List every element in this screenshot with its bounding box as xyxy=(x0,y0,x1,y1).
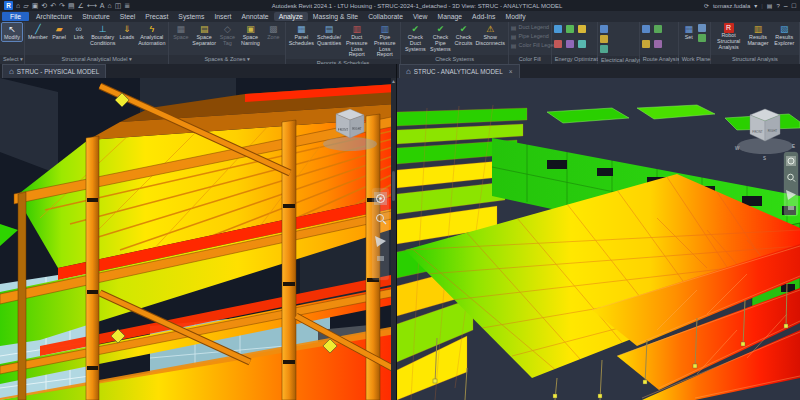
tab-manage[interactable]: Manage xyxy=(433,12,468,21)
navigation-bar-right[interactable] xyxy=(784,152,798,216)
tab-view[interactable]: View xyxy=(408,12,433,21)
panel-label-work-plane[interactable]: Work Plane xyxy=(679,55,710,64)
panel-label-select[interactable]: Select ▾ xyxy=(0,55,24,64)
section-icon[interactable]: ◫ xyxy=(115,1,122,10)
panel-label-structural-analytical-model[interactable]: Structural Analytical Model ▾ xyxy=(25,55,168,64)
open-icon[interactable]: ▱ xyxy=(23,1,28,10)
panel-label-spaces-zones[interactable]: Spaces & Zones ▾ xyxy=(169,55,284,64)
sync-status-icon[interactable]: ⟳ xyxy=(704,2,709,9)
show-work-plane-icon[interactable] xyxy=(698,24,706,32)
space-button[interactable]: ▦ Space xyxy=(171,23,190,41)
tab-addins[interactable]: Add-Ins xyxy=(467,12,500,21)
analytical-automation-button[interactable]: ϟ Analytical Automation xyxy=(137,23,166,47)
space-naming-button[interactable]: ▣ Space Naming xyxy=(238,23,263,47)
tab-collaborate[interactable]: Collaborate xyxy=(363,12,408,21)
robot-structural-analysis-button[interactable]: R Robot Structural Analysis xyxy=(713,23,745,50)
scroll-up-icon[interactable]: ▲ xyxy=(391,78,396,85)
space-separator-button[interactable]: ▤ Space Separator xyxy=(191,23,217,47)
thin-lines-icon[interactable]: ≣ xyxy=(124,1,130,10)
user-caret-icon[interactable]: ▾ xyxy=(754,2,757,9)
close-view-icon[interactable]: × xyxy=(509,68,513,75)
load-classifications-icon[interactable] xyxy=(600,25,608,33)
help-icon[interactable]: ? xyxy=(777,3,780,9)
multiple-paths-icon[interactable] xyxy=(642,40,650,48)
generate-insight-icon[interactable] xyxy=(566,40,574,48)
duct-pressure-loss-report-button[interactable]: ▥ Duct Pressure Loss Report xyxy=(343,23,370,58)
text-icon[interactable]: A xyxy=(100,1,105,10)
undo-icon[interactable]: ↶ xyxy=(50,1,56,10)
check-pipe-systems-button[interactable]: ✔ Check Pipe Systems xyxy=(428,23,452,52)
reveal-obstacles-icon[interactable] xyxy=(654,40,662,48)
pipe-pressure-loss-report-button[interactable]: ▥ Pipe Pressure Loss Report xyxy=(371,23,398,58)
panel-label-color-fill[interactable]: Color Fill xyxy=(509,55,551,64)
dimension-icon[interactable]: ⟷ xyxy=(87,1,97,10)
tab-annotate[interactable]: Annotate xyxy=(236,12,273,21)
energy-settings-icon[interactable] xyxy=(566,25,574,33)
modify-button[interactable]: ↖ Modify xyxy=(2,23,22,41)
panel-label-energy-optimization[interactable]: Energy Optimization xyxy=(552,55,597,64)
route-settings-icon[interactable] xyxy=(642,25,650,33)
check-circuits-button[interactable]: ✔ Check Circuits xyxy=(454,23,474,47)
default-3d-view-icon[interactable]: ⌂ xyxy=(108,1,112,10)
panel-label-route-analysis[interactable]: Route Analysis ▾ xyxy=(640,55,678,64)
tab-file[interactable]: File xyxy=(2,12,29,21)
work-plane-viewer-icon[interactable] xyxy=(698,34,706,42)
color-fill-legend-button[interactable]: ▤ Color Fill Legend xyxy=(511,41,549,49)
home-icon[interactable]: ⌂ xyxy=(16,1,20,10)
path-of-travel-icon[interactable] xyxy=(654,25,662,33)
tab-precast[interactable]: Precast xyxy=(140,12,173,21)
analytical-model-canvas[interactable]: W S E FRONT RIGHT xyxy=(397,78,800,400)
restore-button[interactable]: □ xyxy=(792,2,796,9)
tab-structure[interactable]: Structure xyxy=(77,12,115,21)
set-work-plane-button[interactable]: ▦ Set xyxy=(681,23,697,41)
pan-icon[interactable] xyxy=(788,206,794,210)
revit-logo[interactable]: R xyxy=(4,1,13,10)
view-tab-analytical-model[interactable]: ⌂ STRUC - ANALYTICAL MODEL × xyxy=(399,64,520,78)
tab-analyze[interactable]: Analyze xyxy=(274,12,308,21)
measure-icon[interactable]: ∠ xyxy=(78,1,84,10)
zone-button[interactable]: ▩ Zone xyxy=(264,23,283,41)
pan-icon[interactable] xyxy=(377,256,384,261)
print-icon[interactable]: ▤ xyxy=(68,1,75,10)
navigation-bar-left[interactable] xyxy=(372,188,389,280)
scrollbar-thumb[interactable] xyxy=(392,171,395,201)
viewcube-east-label[interactable]: E xyxy=(792,144,795,149)
panel-button[interactable]: ▰ Panel xyxy=(50,23,69,41)
results-manager-button[interactable]: ▥ Results Manager xyxy=(745,23,770,47)
loads-button[interactable]: ⇓ Loads xyxy=(118,23,137,41)
create-energy-model-icon[interactable] xyxy=(578,25,586,33)
demand-factors-icon[interactable] xyxy=(600,35,608,43)
tab-insert[interactable]: Insert xyxy=(209,12,236,21)
optimize-icon[interactable] xyxy=(578,40,586,48)
tab-modify[interactable]: Modify xyxy=(501,12,531,21)
physical-model-canvas[interactable]: FRONT RIGHT xyxy=(0,78,396,400)
location-icon[interactable] xyxy=(554,25,562,33)
signed-in-user[interactable]: tomasz.fudala xyxy=(713,3,750,9)
tab-massing-site[interactable]: Massing & Site xyxy=(308,12,363,21)
show-disconnects-button[interactable]: ⚠ Show Disconnects xyxy=(474,23,505,47)
tab-steel[interactable]: Steel xyxy=(115,12,141,21)
tab-architecture[interactable]: Architecture xyxy=(31,12,77,21)
sync-icon[interactable]: ⟲ xyxy=(41,1,47,10)
steering-wheel-icon[interactable] xyxy=(786,156,796,166)
check-duct-systems-button[interactable]: ✔ Check Duct Systems xyxy=(403,23,427,52)
member-button[interactable]: ╱ Member xyxy=(27,23,49,41)
redo-icon[interactable]: ↷ xyxy=(59,1,65,10)
duct-legend-button[interactable]: ▤ Duct Legend xyxy=(511,23,549,31)
minimize-button[interactable]: – xyxy=(784,2,788,9)
boundary-conditions-button[interactable]: ⊥ Boundary Conditions xyxy=(89,23,117,47)
view-tab-physical-model[interactable]: ⌂ STRUC - PHYSICAL MODEL xyxy=(2,64,106,78)
panel-label-check-systems[interactable]: Check Systems xyxy=(401,55,508,64)
schedule-quantities-button[interactable]: ▤ Schedule/ Quantities xyxy=(316,23,342,47)
save-icon[interactable]: ▣ xyxy=(32,1,39,10)
tab-systems[interactable]: Systems xyxy=(173,12,209,21)
panel-schedules-button[interactable]: ▦ Panel Schedules xyxy=(288,23,315,47)
pipe-legend-button[interactable]: ▤ Pipe Legend xyxy=(511,32,549,40)
panel-label-structural-analysis[interactable]: Structural Analysis xyxy=(711,55,799,64)
physical-view-scrollbar[interactable]: ▲ xyxy=(391,78,396,400)
app-store-icon[interactable]: ▤ xyxy=(767,2,773,9)
viewcube-south-label[interactable]: S xyxy=(763,156,766,161)
space-tag-button[interactable]: ◇ Space Tag xyxy=(218,23,237,47)
link-button[interactable]: ∞ Link xyxy=(69,23,88,41)
results-explorer-button[interactable]: ▧ Results Explorer xyxy=(772,23,797,47)
